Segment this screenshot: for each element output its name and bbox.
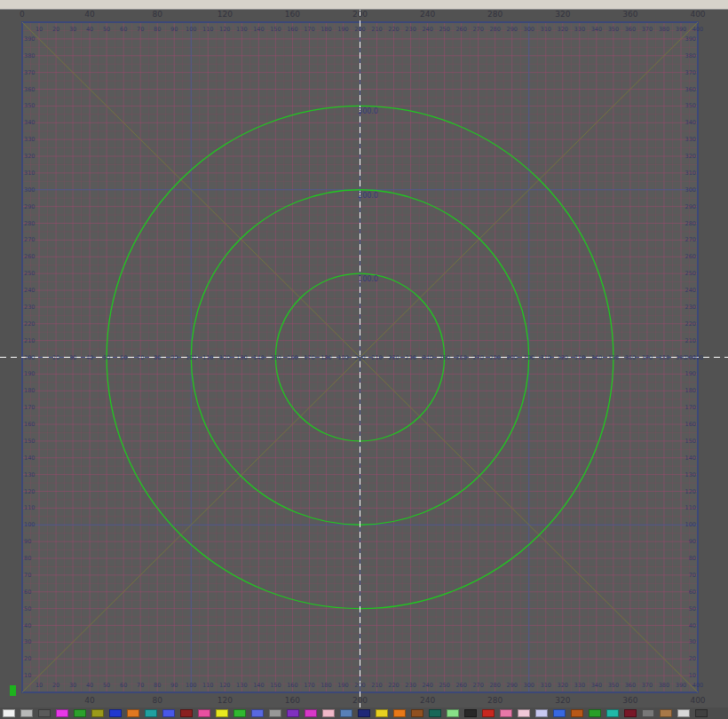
axis-center-label: 260 xyxy=(455,354,466,361)
ruler-right-label: 80 xyxy=(689,555,696,562)
palette-swatch-20[interactable] xyxy=(358,709,370,717)
palette-swatch-31[interactable] xyxy=(553,709,566,717)
palette-swatch-39[interactable] xyxy=(695,709,708,717)
palette-swatch-28[interactable] xyxy=(500,709,512,717)
palette-swatch-7[interactable] xyxy=(127,709,139,717)
ruler-bottom-label: 400 xyxy=(690,696,705,705)
ruler-left-label: 170 xyxy=(24,404,35,411)
palette-swatch-4[interactable] xyxy=(74,709,86,717)
palette-swatch-34[interactable] xyxy=(606,709,619,717)
palette-swatch-6[interactable] xyxy=(109,709,122,717)
ruler-right-label: 290 xyxy=(685,203,696,210)
ruler-right-label: 60 xyxy=(689,589,696,596)
palette-swatch-38[interactable] xyxy=(677,709,690,717)
palette-swatch-3[interactable] xyxy=(56,709,68,717)
ruler-right-label: 230 xyxy=(685,304,696,311)
ruler-right-label: 180 xyxy=(685,387,696,394)
palette-swatch-2[interactable] xyxy=(38,709,51,717)
palette-swatch-26[interactable] xyxy=(464,709,477,717)
palette-swatch-15[interactable] xyxy=(269,709,281,717)
ruler-top-minor-label: 310 xyxy=(541,26,551,33)
ruler-bottom-minor-label: 70 xyxy=(137,682,144,689)
ruler-top-minor-label: 190 xyxy=(337,26,348,33)
ruler-top-label: 120 xyxy=(218,10,233,19)
ruler-right-label: 340 xyxy=(685,119,696,126)
ruler-top-minor-label: 240 xyxy=(422,26,432,33)
palette-swatch-29[interactable] xyxy=(518,709,530,717)
ruler-top-minor-label: 140 xyxy=(253,26,264,33)
palette-swatch-14[interactable] xyxy=(251,709,264,717)
palette-swatch-10[interactable] xyxy=(180,709,193,717)
palette-swatch-18[interactable] xyxy=(322,709,335,717)
ruler-bottom-minor-label: 210 xyxy=(371,682,382,689)
palette-swatch-9[interactable] xyxy=(162,709,175,717)
ruler-right-label: 190 xyxy=(685,370,696,377)
ruler-left-label: 50 xyxy=(24,605,31,612)
palette-swatch-8[interactable] xyxy=(145,709,157,717)
palette-swatch-11[interactable] xyxy=(198,709,210,717)
axis-center-label: 310 xyxy=(541,354,551,361)
ruler-top-minor-label: 100 xyxy=(186,26,196,33)
ruler-left-label: 160 xyxy=(24,421,35,428)
axis-center-label: 230 xyxy=(405,354,415,361)
palette-swatch-0[interactable] xyxy=(3,709,15,717)
ruler-left-label: 130 xyxy=(24,471,35,478)
palette-swatch-16[interactable] xyxy=(287,709,299,717)
ruler-right-label: 260 xyxy=(685,253,696,260)
ruler-left-label: 290 xyxy=(24,203,35,210)
palette-swatch-22[interactable] xyxy=(393,709,406,717)
axis-center-label: 330 xyxy=(574,354,585,361)
palette-swatch-13[interactable] xyxy=(233,709,246,717)
ruler-bottom-minor-label: 50 xyxy=(103,682,110,689)
palette-swatch-17[interactable] xyxy=(305,709,317,717)
ruler-left-label: 180 xyxy=(24,387,35,394)
ruler-top-label: 80 xyxy=(152,10,162,19)
ruler-right-label: 220 xyxy=(685,320,696,328)
palette-swatch-12[interactable] xyxy=(216,709,228,717)
ruler-left-label: 330 xyxy=(24,136,35,143)
palette-swatch-5[interactable] xyxy=(91,709,104,717)
ruler-top-label: 40 xyxy=(84,10,95,19)
ruler-left-label: 350 xyxy=(24,102,35,109)
ruler-right-label: 380 xyxy=(685,52,696,59)
ruler-left-label: 60 xyxy=(24,589,31,596)
palette-swatch-24[interactable] xyxy=(429,709,441,717)
ruler-top-minor-label: 200 xyxy=(354,26,365,33)
ruler-top-minor-label: 320 xyxy=(558,26,568,33)
ruler-right-label: 170 xyxy=(685,404,696,411)
palette-swatch-32[interactable] xyxy=(571,709,583,717)
palette-swatch-19[interactable] xyxy=(340,709,352,717)
palette-swatch-36[interactable] xyxy=(642,709,654,717)
ruler-bottom-minor-label: 400 xyxy=(692,682,703,689)
design-canvas[interactable]: 0408012016020024028032036040040801201602… xyxy=(0,0,728,719)
ruler-top-minor-label: 290 xyxy=(507,26,518,33)
palette-swatch-21[interactable] xyxy=(376,709,388,717)
ruler-left-label: 310 xyxy=(24,170,35,177)
palette-swatch-23[interactable] xyxy=(411,709,423,717)
ruler-left-label: 40 xyxy=(24,622,31,629)
ruler-bottom-minor-label: 240 xyxy=(422,682,432,689)
palette-swatch-33[interactable] xyxy=(589,709,601,717)
ruler-bottom-minor-label: 300 xyxy=(524,682,534,689)
ruler-top-minor-label: 220 xyxy=(388,26,399,33)
ruler-bottom-label: 360 xyxy=(622,696,637,705)
ruler-left-label: 120 xyxy=(24,488,35,495)
ruler-bottom-minor-label: 390 xyxy=(676,682,686,689)
ruler-right-label: 40 xyxy=(689,622,696,629)
palette-swatch-1[interactable] xyxy=(20,709,33,717)
ruler-bottom-minor-label: 230 xyxy=(405,682,415,689)
palette-swatch-30[interactable] xyxy=(535,709,548,717)
axis-center-label: 40 xyxy=(86,354,93,361)
palette-swatch-35[interactable] xyxy=(624,709,637,717)
ruler-top-label: 360 xyxy=(622,10,637,19)
circle-diameter-label: 100.0 xyxy=(358,275,378,283)
ruler-top-minor-label: 60 xyxy=(120,26,127,33)
ruler-bottom-minor-label: 20 xyxy=(52,682,59,689)
palette-swatch-37[interactable] xyxy=(660,709,672,717)
ruler-bottom-minor-label: 380 xyxy=(659,682,669,689)
axis-center-label: 180 xyxy=(320,354,331,361)
palette-swatch-25[interactable] xyxy=(447,709,459,717)
ruler-bottom-minor-label: 200 xyxy=(354,682,365,689)
palette-swatch-27[interactable] xyxy=(482,709,495,717)
ruler-bottom-label: 120 xyxy=(218,696,233,705)
